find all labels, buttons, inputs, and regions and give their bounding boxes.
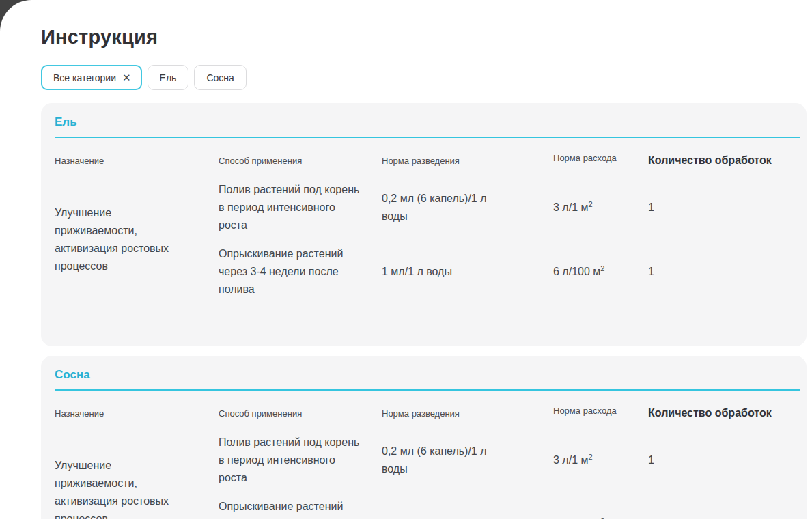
column-header-purpose: Назначение <box>55 391 219 428</box>
chip-all-categories[interactable]: Все категории ✕ <box>41 65 142 90</box>
column-header-rate: Норма расхода <box>553 138 648 176</box>
filter-chips: Все категории ✕ Ель Сосна <box>41 65 807 90</box>
treatments-cell: 1 <box>648 492 800 519</box>
column-header-purpose: Назначение <box>55 138 219 176</box>
method-cell: Опрыскивание растений через 3-4 недели п… <box>219 492 382 519</box>
instruction-table: Назначение Способ применения Норма разве… <box>55 391 800 519</box>
chip-el[interactable]: Ель <box>148 65 189 90</box>
chip-sosna-label: Сосна <box>206 72 234 83</box>
treatments-cell: 1 <box>648 176 800 240</box>
table-row: Улучшение приживаемости, активизация рос… <box>55 428 800 492</box>
treatments-cell: 1 <box>648 428 800 492</box>
content-sheet: Инструкция Все категории ✕ Ель Сосна Ель… <box>0 0 812 519</box>
dilution-cell: 0,2 мл (6 капель)/1 л воды <box>382 176 553 240</box>
table-row: Улучшение приживаемости, активизация рос… <box>55 176 800 240</box>
dilution-cell: 0,2 мл (6 капель)/1 л воды <box>382 428 553 492</box>
treatments-cell: 1 <box>648 240 800 304</box>
method-cell: Опрыскивание растений через 3-4 недели п… <box>219 240 382 304</box>
column-header-treatments: Количество обработок <box>648 138 800 176</box>
rate-cell: 3 л/1 м2 <box>553 428 648 492</box>
method-cell: Полив растений под корень в период интен… <box>219 428 382 492</box>
column-header-rate: Норма расхода <box>553 391 648 428</box>
column-header-method: Способ применения <box>219 138 382 176</box>
table-header-row: Назначение Способ применения Норма разве… <box>55 391 800 428</box>
section-card-sosna: Сосна Назначение Способ применения Норма… <box>41 356 807 519</box>
column-header-treatments: Количество обработок <box>648 391 800 428</box>
chip-all-categories-label: Все категории <box>53 72 116 83</box>
purpose-cell: Улучшение приживаемости, активизация рос… <box>55 176 219 304</box>
instruction-table: Назначение Способ применения Норма разве… <box>55 138 800 304</box>
dilution-cell: 1 мл/1 л воды <box>382 492 553 519</box>
table-header-row: Назначение Способ применения Норма разве… <box>55 138 800 176</box>
column-header-method: Способ применения <box>219 391 382 428</box>
section-title: Сосна <box>55 368 800 382</box>
rate-cell: 6 л/100 м2 <box>553 492 648 519</box>
section-card-el: Ель Назначение Способ применения Норма р… <box>41 103 807 346</box>
method-cell: Полив растений под корень в период интен… <box>219 176 382 240</box>
column-header-dilution: Норма разведения <box>382 391 553 428</box>
close-icon[interactable]: ✕ <box>122 72 131 83</box>
section-title: Ель <box>55 115 800 129</box>
rate-cell: 6 л/100 м2 <box>553 240 648 304</box>
purpose-cell: Улучшение приживаемости, активизация рос… <box>55 428 219 519</box>
column-header-dilution: Норма разведения <box>382 138 553 176</box>
chip-el-label: Ель <box>160 72 177 83</box>
page-title: Инструкция <box>41 26 807 48</box>
chip-sosna[interactable]: Сосна <box>194 65 246 90</box>
dilution-cell: 1 мл/1 л воды <box>382 240 553 304</box>
rate-cell: 3 л/1 м2 <box>553 176 648 240</box>
